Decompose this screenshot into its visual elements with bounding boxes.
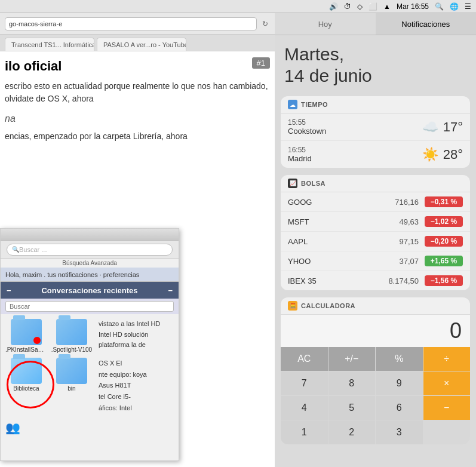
inner-search-forum-input[interactable]	[5, 301, 174, 312]
user-icon[interactable]: 🌐	[450, 2, 459, 11]
calc-btn-8[interactable]: 8	[328, 371, 376, 395]
weather-widget: ☁ TIEMPO 15:55 Cookstown ☁️ 17° 16:55 Ma…	[281, 96, 470, 168]
article-paragraph2: encias, empenzado por la carpeta Librerí…	[5, 130, 270, 143]
calc-btn-1[interactable]: 1	[281, 420, 328, 444]
browser-content: #1 ilo oficial escribo esto en actualida…	[0, 51, 275, 467]
stock-ibex: IBEX 35 8.174,50 −1,56 %	[281, 271, 470, 290]
time-icon[interactable]: ⏱	[344, 2, 351, 11]
folder-biblioteca[interactable]: Biblioteca	[5, 358, 47, 413]
weather-row-madrid: 16:55 Madrid ☀️ 28°	[281, 141, 470, 168]
calc-btn-9[interactable]: 9	[376, 371, 423, 395]
notification-center: Hoy Notificaciones Martes, 14 de junio ☁…	[275, 13, 476, 467]
url-bar[interactable]: go-macos-sierra-e	[5, 17, 257, 30]
menu-icon[interactable]: ☰	[465, 2, 471, 11]
calc-btn-5[interactable]: 5	[328, 396, 376, 420]
inner-window: 🔍 Buscar ... Búsqueda Avanzada Hola, max…	[0, 228, 179, 461]
nc-date: Martes, 14 de junio	[275, 35, 476, 93]
calculator-title: CALCULADORA	[301, 302, 355, 309]
folder-bin[interactable]: bin	[51, 358, 93, 413]
article-title: ilo oficial	[5, 59, 270, 74]
folder-label-spotlight: .Spotlight-V100	[51, 346, 92, 353]
stock-yhoo: YHOO 37,07 +1,65 %	[281, 251, 470, 271]
calculator-widget: 🧮 CALCULADORA 0 AC +/− % ÷	[281, 297, 470, 444]
calc-btn-percent[interactable]: %	[376, 347, 423, 371]
wifi-icon[interactable]: ◇	[357, 2, 363, 11]
article-sub: na	[5, 113, 270, 124]
highlight-circle	[7, 361, 54, 408]
browser-toolbar: go-macos-sierra-e ↻	[0, 13, 275, 35]
calc-btn-2[interactable]: 2	[328, 420, 376, 444]
inner-search-bar: 🔍 Buscar ...	[1, 241, 179, 259]
calc-btn-ac[interactable]: AC	[281, 347, 328, 371]
search-icon[interactable]: 🔍	[435, 2, 444, 11]
weather-row-cookstown: 15:55 Cookstown ☁️ 17°	[281, 113, 470, 141]
folder-label-pk: .PKInstallSandbox Manage...Software	[5, 346, 47, 353]
calculator-widget-header: 🧮 CALCULADORA	[281, 297, 470, 315]
tab-notificaciones[interactable]: Notificaciones	[376, 13, 477, 35]
calc-btn-7[interactable]: 7	[281, 371, 328, 395]
preview-items: OS X El nte equipo: koya Asus H81T tel C…	[96, 358, 174, 413]
refresh-button[interactable]: ↻	[260, 19, 270, 29]
calc-btn-6[interactable]: 6	[376, 396, 423, 420]
browser-window: go-macos-sierra-e ↻ Transcend TS1... Inf…	[0, 13, 275, 467]
preview-text: vistazo a las Intel HD Intel HD solución…	[96, 319, 174, 353]
stock-msft: MSFT 49,63 −1,02 %	[281, 212, 470, 232]
menubar-items: 🔊 ⏱ ◇ ⬜ ▲ Mar 16:55 🔍 🌐 ☰	[329, 2, 471, 11]
inner-titlebar	[1, 229, 179, 241]
menubar: 🔊 ⏱ ◇ ⬜ ▲ Mar 16:55 🔍 🌐 ☰	[0, 0, 476, 13]
tab-1[interactable]: Transcend TS1... Informática	[5, 38, 94, 51]
folder-badge	[33, 337, 41, 344]
folder-pk[interactable]: .PKInstallSandbox Manage...Software	[5, 319, 47, 353]
cloud-icon: ☁️	[422, 119, 438, 135]
calc-display: 0	[281, 315, 470, 347]
folder-label-bin: bin	[67, 385, 75, 392]
arrow-icon[interactable]: ▲	[383, 2, 391, 11]
calc-btn-multiply[interactable]: ×	[423, 371, 471, 395]
calc-btn-plusminus[interactable]: +/−	[328, 347, 376, 371]
weather-icon: ☁	[288, 100, 297, 109]
nc-tabs: Hoy Notificaciones	[275, 13, 476, 35]
nc-date-date: 14 de junio	[284, 65, 466, 87]
url-text: go-macos-sierra-e	[9, 20, 62, 27]
inner-advanced-search[interactable]: Búsqueda Avanzada	[1, 259, 179, 268]
stocks-title: BOLSA	[301, 180, 325, 187]
inner-files-area: .PKInstallSandbox Manage...Software .Spo…	[1, 314, 179, 440]
article-badge: #1	[252, 57, 270, 69]
stocks-widget: 📈 BOLSA GOOG 716,16 −0,31 % MSFT 49,63 −…	[281, 175, 470, 290]
inner-sidebar-header: − Conversaciones recientes −	[1, 282, 179, 299]
calc-btn-minus[interactable]: −	[423, 396, 471, 420]
article-paragraph1: escribo esto en actualidad porque realme…	[5, 80, 270, 105]
stocks-icon: 📈	[288, 179, 297, 188]
calc-buttons: AC +/− % ÷ 7 8 9	[281, 347, 470, 444]
sun-icon: ☀️	[422, 147, 438, 162]
minus-icon2: −	[168, 286, 173, 295]
calculator-icon: 🧮	[288, 301, 297, 311]
calc-btn-divide[interactable]: ÷	[423, 347, 471, 371]
inner-search-input[interactable]: 🔍 Buscar ...	[7, 244, 173, 256]
browser-tabs: Transcend TS1... Informática PASALO A ve…	[0, 35, 275, 51]
calc-btn-4[interactable]: 4	[281, 396, 328, 420]
stocks-widget-header: 📈 BOLSA	[281, 175, 470, 192]
airplay-icon[interactable]: ⬜	[368, 2, 377, 11]
weather-title: TIEMPO	[301, 101, 328, 108]
tab-hoy[interactable]: Hoy	[275, 13, 376, 35]
inner-search-forum	[1, 299, 179, 314]
nc-date-day: Martes,	[284, 44, 466, 65]
datetime: Mar 16:55	[397, 2, 429, 11]
stock-aapl: AAPL 97,15 −0,20 %	[281, 232, 470, 251]
calc-btn-3[interactable]: 3	[376, 420, 423, 444]
tab-2[interactable]: PASALO A ver...ro - YouTube	[97, 38, 186, 51]
volume-icon[interactable]: 🔊	[329, 2, 338, 11]
inner-user-bar: Hola, maxim . tus notificaciones · prefe…	[1, 268, 179, 282]
stock-goog: GOOG 716,16 −0,31 %	[281, 192, 470, 212]
folder-spotlight[interactable]: .Spotlight-V100	[51, 319, 93, 353]
weather-widget-header: ☁ TIEMPO	[281, 96, 470, 113]
minus-icon: −	[7, 286, 11, 295]
